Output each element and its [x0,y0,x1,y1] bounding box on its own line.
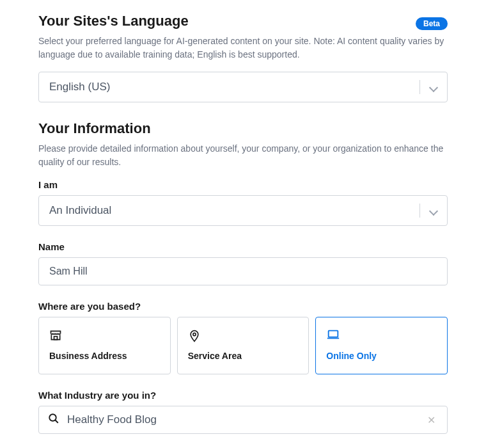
beta-badge: Beta [416,17,448,30]
language-selected-value: English (US) [49,81,414,93]
option-business-label: Business Address [49,351,160,361]
industry-field: What Industry are you in? ✕ [38,390,448,434]
storefront-icon [49,329,160,351]
based-field: Where are you based? Business Address [38,301,448,374]
industry-search[interactable]: ✕ [38,406,448,434]
based-label: Where are you based? [38,301,448,312]
information-section: Your Information Please provide detailed… [38,120,448,434]
option-service-area[interactable]: Service Area [177,317,310,374]
location-pin-icon [188,329,299,351]
language-description: Select your preferred language for AI-ge… [38,35,448,61]
svg-point-1 [193,333,196,335]
chevron-down-icon [419,204,437,218]
svg-rect-2 [329,331,338,337]
name-input[interactable] [38,257,448,285]
name-label: Name [38,241,448,252]
iam-field: I am An Individual [38,179,448,226]
industry-label: What Industry are you in? [38,390,448,401]
information-description: Please provide detailed information abou… [38,142,448,169]
name-field: Name [38,241,448,285]
chevron-down-icon [419,80,437,94]
industry-input[interactable] [67,413,417,426]
svg-rect-0 [54,337,58,340]
iam-selected-value: An Individual [49,204,414,217]
search-icon [48,413,59,427]
language-section: Your Sites's Language Beta Select your p… [38,13,448,102]
iam-label: I am [38,179,448,190]
language-select[interactable]: English (US) [38,72,448,102]
svg-point-3 [49,414,56,421]
information-title: Your Information [38,120,448,137]
option-online-label: Online Only [326,351,437,361]
language-title: Your Sites's Language [38,13,189,29]
laptop-icon [326,329,437,351]
svg-line-4 [55,420,58,423]
iam-select[interactable]: An Individual [38,195,448,226]
option-service-label: Service Area [188,351,299,361]
option-online-only[interactable]: Online Only [315,317,448,374]
clear-icon[interactable]: ✕ [425,414,438,426]
option-business-address[interactable]: Business Address [38,317,171,374]
